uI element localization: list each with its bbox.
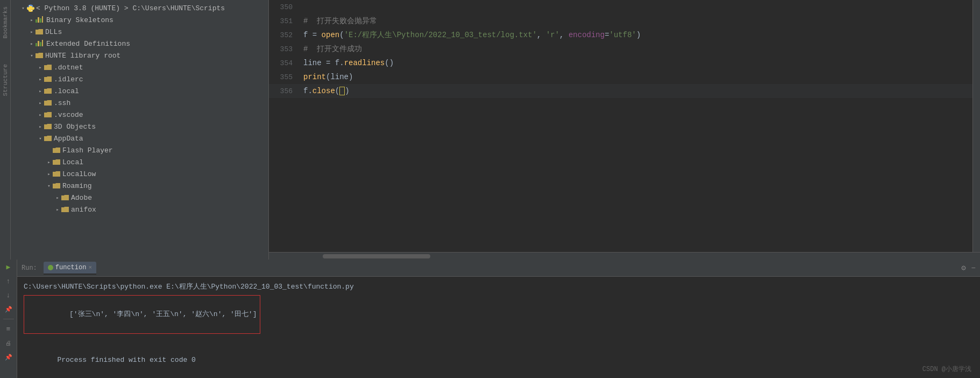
sidebar-item-adobe[interactable]: Adobe [11,192,268,204]
code-line-356: 356 f.close() [269,84,972,98]
run-up-button[interactable]: ↑ [3,276,14,286]
sidebar-item-binary-skeletons[interactable]: Binary Skeletons [11,14,268,26]
svg-point-0 [29,5,30,6]
sidebar-item-locallow[interactable]: LocalLow [11,168,268,180]
line-code-355: print(line) [301,73,353,81]
line-num-351: 351 [269,17,301,25]
run-left-controls: ▶ ↑ ↓ 📌 ≡ 🖨 📌 [0,260,17,378]
code-content[interactable]: 350 351 # 打开失败会抛异常 352 f = open('E:/程序人生… [269,0,972,252]
line-num-350: 350 [269,3,301,11]
run-tabs-bar: Run: function × ⚙ − [17,260,980,277]
folder-icon-locallow [53,171,60,177]
3dobjects-label: 3D Objects [54,123,96,131]
svg-rect-6 [35,43,37,46]
run-main: Run: function × ⚙ − C:\Users\HUNTE\Scrip… [17,260,980,378]
appdata-label: AppData [54,135,83,143]
run-output: C:\Users\HUNTE\Scripts\python.exe E:\程序人… [17,277,980,378]
line-code-351: # 打开失败会抛异常 [301,16,377,26]
folder-icon-flash-player [53,147,60,153]
line-num-354: 354 [269,59,301,67]
anifox-label: anifox [71,206,96,214]
line-code-354: line = f.readlines() [301,59,394,67]
adobe-label: Adobe [71,194,92,202]
sidebar-item-dlls[interactable]: DLLs [11,26,268,38]
main-area: Bookmarks Structure < Python 3.8 (HUNTE)… [0,0,980,260]
local2-label: Local [62,158,83,166]
sidebar-item-idlerc[interactable]: .idlerc [11,73,268,85]
sidebar-item-flash-player[interactable]: Flash Player [11,144,268,156]
binary-skeletons-label: Binary Skeletons [46,16,113,24]
sidebar-item-vscode[interactable]: .vscode [11,109,268,121]
folder-icon-dotnet [44,64,52,71]
python-root-label: < Python 3.8 (HUNTE) > C:\Users\HUNTE\Sc… [36,4,225,12]
folder-icon-roaming [53,183,60,189]
folder-icon-vscode [44,111,52,118]
local-label: .local [54,87,79,95]
bottom-panel: ▶ ↑ ↓ 📌 ≡ 🖨 📌 Run: function × ⚙ − C:\Use… [0,260,980,378]
run-play-button[interactable]: ▶ [3,262,14,272]
right-scrollbar[interactable] [972,0,980,252]
scrollbar-thumb[interactable] [323,254,430,258]
svg-rect-3 [38,17,39,23]
line-num-356: 356 [269,87,301,95]
output-result-text: ['张三\n', '李四\n', '王五\n', '赵六\n', '田七'] [69,310,257,318]
code-line-350: 350 [269,0,972,14]
arrow-dlls [28,28,35,36]
arrow-ssh [37,99,44,107]
line-num-355: 355 [269,73,301,81]
controls-divider [3,319,14,319]
arrow-3dobjects [37,123,44,130]
output-finish-line: Process finished with exit code 0 [24,342,974,378]
line-code-352: f = open('E:/程序人生\Python/2022_10_03_test… [301,30,641,40]
arrow-anifox [54,206,61,213]
run-settings-icon[interactable]: ⚙ [961,263,965,272]
bookmarks-label[interactable]: Bookmarks [1,4,10,40]
output-command-line: C:\Users\HUNTE\Scripts\python.exe E:\程序人… [24,281,974,293]
arrow-locallow [45,170,53,178]
hunte-library-label: HUNTE library root [45,52,120,60]
line-num-353: 353 [269,45,301,53]
run-pin2-button[interactable]: 📌 [3,352,14,362]
code-line-352: 352 f = open('E:/程序人生\Python/2022_10_03_… [269,28,972,42]
tab-close-button[interactable]: × [88,264,92,271]
folder-icon-appdata [44,135,52,142]
folder-icon-3dobjects [44,123,52,130]
sidebar-item-3dobjects[interactable]: 3D Objects [11,121,268,132]
run-pin-button[interactable]: 📌 [3,304,14,314]
idlerc-label: .idlerc [54,75,83,83]
sidebar-item-appdata[interactable]: AppData [11,132,268,144]
horizontal-scrollbar[interactable] [269,252,980,260]
svg-rect-7 [38,41,39,46]
svg-rect-8 [40,42,41,46]
bar-chart-icon-binary [35,16,44,24]
roaming-label: Roaming [62,182,92,190]
sidebar-item-ssh[interactable]: .ssh [11,97,268,109]
line-code-353: # 打开文件成功 [301,44,362,54]
sidebar-item-python-root[interactable]: < Python 3.8 (HUNTE) > C:\Users\HUNTE\Sc… [11,2,268,14]
sidebar-item-extended-definitions[interactable]: Extended Definitions [11,38,268,50]
run-align-button[interactable]: ≡ [3,324,14,334]
structure-label[interactable]: Structure [1,62,10,98]
extended-definitions-label: Extended Definitions [46,40,130,48]
bar-chart-icon-extended [35,40,44,47]
csdn-watermark: CSDN @小唐学浅 [922,365,971,374]
run-print-button[interactable]: 🖨 [3,338,14,348]
sidebar-item-anifox[interactable]: anifox [11,204,268,215]
run-tab-function[interactable]: function × [44,262,96,275]
sidebar-item-local[interactable]: .local [11,85,268,97]
run-minimize-icon[interactable]: − [971,264,976,272]
arrow-extended-def [28,40,35,47]
folder-icon-local [44,88,52,94]
svg-rect-9 [42,40,43,46]
svg-point-1 [31,10,32,11]
file-tree-sidebar: < Python 3.8 (HUNTE) > C:\Users\HUNTE\Sc… [11,0,269,260]
arrow-python-root [19,4,27,12]
sidebar-item-dotnet[interactable]: .dotnet [11,61,268,73]
vscode-label: .vscode [54,111,83,119]
output-finish-text: Process finished with exit code 0 [57,356,195,364]
sidebar-item-roaming[interactable]: Roaming [11,180,268,192]
run-down-button[interactable]: ↓ [3,290,14,300]
folder-icon-dlls [35,29,43,35]
sidebar-item-local2[interactable]: Local [11,156,268,168]
sidebar-item-hunte-library[interactable]: HUNTE library root [11,50,268,61]
